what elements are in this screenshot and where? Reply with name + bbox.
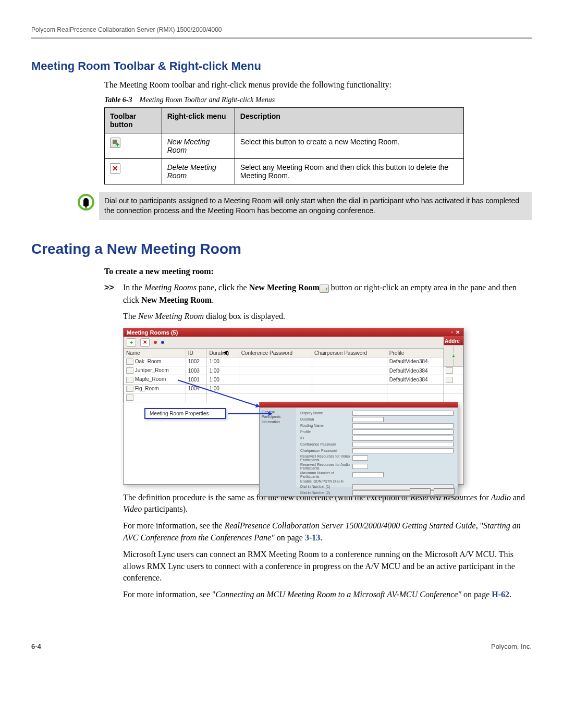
room-icon bbox=[126, 394, 133, 401]
footer-company: Polycom, Inc. bbox=[491, 643, 532, 650]
ss-titlebar: Meeting Rooms (5) ▫ ✕ bbox=[124, 328, 463, 337]
ss-th-id[interactable]: ID bbox=[186, 349, 207, 357]
para-more-info-1: For more information, see the RealPresen… bbox=[123, 520, 532, 544]
ss-row[interactable]: Oak_Room10021:00DefaultVideo384 bbox=[124, 357, 463, 366]
ss-th-profile[interactable]: Profile bbox=[387, 349, 443, 357]
icon-cell-delete: ✕ bbox=[105, 159, 162, 184]
ss-dialog-form: Display Name Duration Routing Name Profi… bbox=[296, 408, 458, 487]
ss-th-chairpw[interactable]: Chairperson Password bbox=[312, 349, 387, 357]
room-icon bbox=[126, 386, 133, 392]
section-toolbar-heading: Meeting Room Toolbar & Right-click Menu bbox=[31, 59, 532, 73]
ss-dot-blue-icon bbox=[161, 341, 164, 344]
page-footer: 6-4 Polycom, Inc. bbox=[31, 643, 532, 650]
menu-new: New Meeting Room bbox=[162, 133, 235, 159]
ss-field-input[interactable] bbox=[352, 455, 368, 461]
ss-row[interactable]: Maple_Room10011:00DefaultVideo384 bbox=[124, 375, 463, 384]
room-icon bbox=[126, 377, 133, 383]
ss-field-input[interactable] bbox=[352, 436, 454, 441]
type-icon bbox=[446, 377, 453, 383]
ss-dialog-nav[interactable]: General Participants Information bbox=[260, 408, 296, 487]
type-icon bbox=[446, 367, 453, 374]
toolbar-table: Toolbar button Right-click menu Descript… bbox=[104, 107, 464, 184]
ss-field-input[interactable] bbox=[352, 423, 454, 428]
ss-ok-button[interactable] bbox=[410, 488, 431, 495]
ss-new-button[interactable] bbox=[127, 338, 136, 347]
ss-field-input[interactable] bbox=[352, 417, 384, 422]
ss-th-dur[interactable]: Duration bbox=[207, 349, 239, 357]
new-meeting-room-icon bbox=[110, 138, 120, 148]
ss-th-confpw[interactable]: Conference Password bbox=[239, 349, 312, 357]
procedure-heading: To create a new meeting room: bbox=[104, 267, 532, 276]
section-create-heading: Creating a New Meeting Room bbox=[31, 241, 532, 257]
ss-field-input[interactable] bbox=[352, 472, 384, 477]
table-caption: Table 6-3 Meeting Room Toolbar and Right… bbox=[104, 96, 532, 104]
ss-addr-add-icon[interactable] bbox=[445, 346, 462, 366]
ss-delete-button[interactable] bbox=[140, 338, 150, 347]
section-toolbar-intro: The Meeting Room toolbar and right-click… bbox=[104, 79, 532, 91]
note-pin-icon bbox=[73, 192, 99, 220]
ss-row[interactable]: Juniper_Room10031:00DefaultVideo384 bbox=[124, 366, 463, 375]
ss-cancel-button[interactable] bbox=[434, 488, 455, 495]
ss-field-input[interactable] bbox=[352, 411, 454, 416]
page-number: 6-4 bbox=[31, 643, 41, 650]
doc-header: Polycom RealPresence Collaboration Serve… bbox=[31, 26, 532, 39]
ss-dialog-title bbox=[260, 402, 458, 408]
ss-grid: Name ID Duration Conference Password Cha… bbox=[124, 349, 463, 403]
icon-cell-new bbox=[105, 133, 162, 159]
ss-dot-red-icon bbox=[154, 341, 157, 344]
para-more-info-2: For more information, see "Connecting an… bbox=[123, 589, 532, 600]
page-ref-link[interactable]: 3-13 bbox=[305, 533, 320, 542]
desc-delete: Select any Meeting Room and then click t… bbox=[235, 159, 463, 184]
ss-toolbar bbox=[124, 337, 463, 349]
step-marker: >> bbox=[104, 281, 114, 294]
ss-field-input[interactable] bbox=[352, 448, 454, 453]
ss-address-panel: Addre bbox=[444, 337, 463, 367]
ss-addr-tool bbox=[444, 345, 463, 367]
page-ref-link[interactable]: H-62 bbox=[492, 590, 509, 599]
inlineaicon bbox=[320, 285, 329, 293]
ss-field-input[interactable] bbox=[352, 442, 454, 447]
note-text: Dial out to participants assigned to a M… bbox=[99, 192, 532, 220]
arrow-icon bbox=[228, 413, 270, 414]
ss-context-menu[interactable]: Meeting Room Properties bbox=[144, 408, 226, 419]
table-caption-text: Meeting Room Toolbar and Right-click Men… bbox=[140, 96, 275, 104]
desc-new: Select this button to create a new Meeti… bbox=[235, 133, 463, 159]
ss-th-name[interactable]: Name bbox=[124, 349, 186, 357]
room-icon bbox=[126, 359, 133, 365]
note: Dial out to participants assigned to a M… bbox=[73, 192, 532, 220]
para-lync: Microsoft Lync users can connect an RMX … bbox=[123, 549, 532, 584]
th-toolbar-button: Toolbar button bbox=[105, 108, 162, 133]
ss-row[interactable]: Fig_Room10041:00 bbox=[124, 384, 463, 393]
step-1: >> In the Meeting Rooms pane, click the … bbox=[104, 281, 532, 306]
delete-meeting-room-icon: ✕ bbox=[110, 163, 120, 174]
ss-field-input[interactable] bbox=[352, 429, 454, 435]
ss-dialog: General Participants Information Display… bbox=[259, 402, 458, 497]
ss-body: ➤ Addre Name ID Duration Conference Pass… bbox=[124, 349, 463, 484]
ss-window-controls: ▫ ✕ bbox=[451, 329, 460, 335]
th-description: Description bbox=[235, 108, 463, 133]
ss-title: Meeting Rooms (5) bbox=[127, 329, 178, 336]
menu-delete: Delete Meeting Room bbox=[162, 159, 235, 184]
ss-addr-header: Addre bbox=[444, 337, 463, 345]
table-caption-label: Table 6-3 bbox=[104, 96, 132, 104]
ss-row-empty[interactable] bbox=[124, 393, 463, 402]
screenshot-meeting-rooms: Meeting Rooms (5) ▫ ✕ ➤ Addre Name ID Du… bbox=[123, 328, 464, 485]
step-followup: The New Meeting Room dialog box is displ… bbox=[123, 311, 532, 322]
room-icon bbox=[126, 367, 133, 374]
th-right-click: Right-click menu bbox=[162, 108, 235, 133]
ss-field-input[interactable] bbox=[352, 464, 368, 469]
